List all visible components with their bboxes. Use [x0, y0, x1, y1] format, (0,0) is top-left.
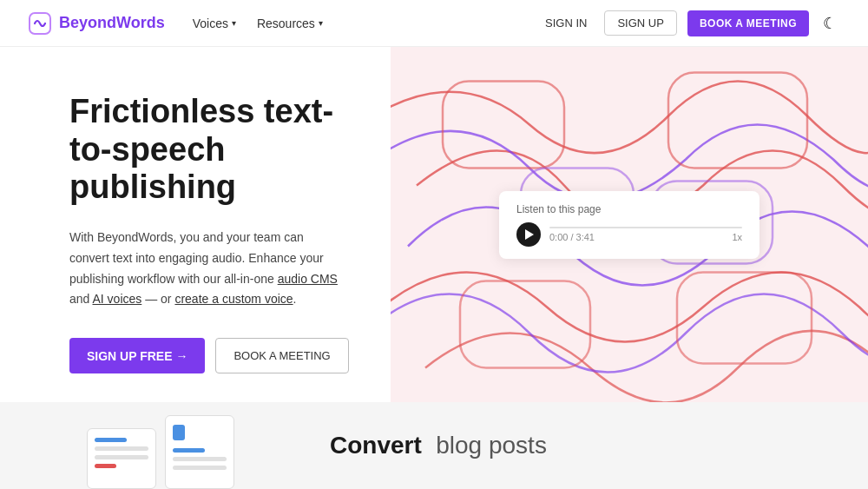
signin-button[interactable]: SIGN IN [538, 11, 594, 35]
play-icon [525, 229, 534, 240]
progress-bar[interactable] [549, 227, 742, 228]
convert-label: Convert [330, 432, 422, 459]
svg-rect-1 [443, 82, 564, 169]
hero-description: With BeyondWords, you and your team can … [69, 228, 339, 310]
resources-menu[interactable]: Resources ▾ [257, 17, 323, 30]
dark-mode-toggle[interactable]: ☾ [819, 10, 840, 36]
navbar: BeyondWords Voices ▾ Resources ▾ SIGN IN… [0, 0, 868, 47]
nav-links: Voices ▾ Resources ▾ [193, 17, 323, 30]
player-time: 0:00 / 3:41 [549, 232, 595, 242]
preview-card-2 [165, 415, 234, 489]
hero-title: Frictionless text-to-speech publishing [69, 93, 356, 207]
hero-left: Frictionless text-to-speech publishing W… [0, 47, 391, 402]
preview-cards [87, 415, 234, 489]
signup-button[interactable]: SIGN UP [604, 10, 676, 36]
nav-left: BeyondWords Voices ▾ Resources ▾ [28, 11, 323, 36]
audio-cms-link[interactable]: audio CMS [278, 272, 338, 286]
player-label: Listen to this page [516, 203, 742, 215]
audio-player: Listen to this page 0:00 / 3:41 1x [499, 191, 760, 259]
logo-icon [28, 11, 52, 36]
svg-rect-4 [677, 273, 812, 364]
nav-right: SIGN IN SIGN UP BOOK A MEETING ☾ [538, 10, 840, 36]
logo[interactable]: BeyondWords [28, 11, 165, 36]
play-button[interactable] [516, 222, 541, 247]
book-meeting-hero-button[interactable]: BOOK A MEETING [215, 338, 348, 373]
chevron-down-icon: ▾ [232, 18, 236, 28]
hero-illustration: Listen to this page 0:00 / 3:41 1x [391, 47, 868, 402]
hero-section: Frictionless text-to-speech publishing W… [0, 47, 868, 402]
chevron-down-icon: ▾ [319, 18, 323, 28]
bottom-text: Convert blog posts [330, 432, 547, 459]
bottom-section: Convert blog posts [0, 402, 868, 489]
player-controls: 0:00 / 3:41 1x [516, 222, 742, 247]
player-track: 0:00 / 3:41 1x [549, 227, 742, 242]
preview-card-1 [87, 428, 156, 489]
book-meeting-button[interactable]: BOOK A MEETING [687, 10, 809, 36]
play-icon-small [173, 425, 185, 440]
signup-free-button[interactable]: SIGN UP FREE → [69, 338, 205, 373]
blog-posts-label: blog posts [436, 432, 547, 459]
ai-voices-link[interactable]: AI voices [92, 292, 141, 306]
voices-menu[interactable]: Voices ▾ [193, 17, 236, 30]
hero-buttons: SIGN UP FREE → BOOK A MEETING [69, 338, 356, 373]
svg-rect-2 [668, 73, 807, 169]
custom-voice-link[interactable]: create a custom voice [174, 292, 293, 306]
player-speed[interactable]: 1x [732, 232, 742, 242]
logo-text: BeyondWords [59, 14, 165, 32]
